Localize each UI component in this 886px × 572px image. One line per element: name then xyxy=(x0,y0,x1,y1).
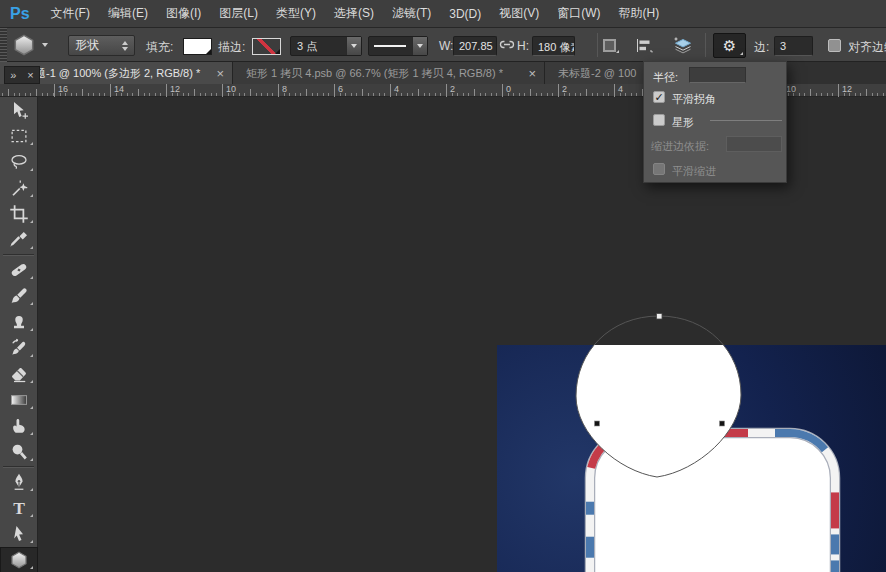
tool-flyout-indicator xyxy=(30,488,33,491)
options-grip-handle[interactable] xyxy=(0,28,7,62)
close-icon[interactable]: × xyxy=(27,70,33,81)
history-brush-icon xyxy=(9,338,29,358)
move-tool[interactable] xyxy=(0,97,38,123)
menu-item-编辑[interactable]: 编辑(E) xyxy=(99,0,157,27)
menu-item-3D[interactable]: 3D(D) xyxy=(440,0,490,27)
path-operations-button[interactable] xyxy=(603,39,616,52)
fill-label: 填充: xyxy=(146,39,173,56)
crop-tool[interactable] xyxy=(0,201,38,227)
type-tool[interactable]: T xyxy=(0,495,38,521)
eraser-tool[interactable] xyxy=(0,361,38,387)
brush-tool[interactable] xyxy=(0,283,38,309)
tool-flyout-indicator xyxy=(30,276,33,279)
indent-label: 缩进边依据: xyxy=(651,139,709,154)
smooth-corners-checkbox[interactable]: ✓ xyxy=(653,91,665,103)
fill-color-swatch[interactable] xyxy=(183,38,212,55)
menu-item-帮助[interactable]: 帮助(H) xyxy=(610,0,669,27)
crop-icon xyxy=(9,204,29,224)
menu-item-类型[interactable]: 类型(Y) xyxy=(267,0,325,27)
tool-flyout-indicator xyxy=(30,458,33,461)
align-edges-label: 对齐边缘 xyxy=(848,39,886,56)
svg-text:T: T xyxy=(13,498,25,518)
smudge-tool[interactable] xyxy=(0,413,38,439)
smudge-icon xyxy=(9,416,29,436)
dodge-tool[interactable] xyxy=(0,439,38,465)
lasso-tool[interactable] xyxy=(0,149,38,175)
gradient-tool[interactable] xyxy=(0,387,38,413)
dropdown-fly xyxy=(740,52,743,55)
stroke-style-combo[interactable] xyxy=(368,36,428,56)
height-label: H: xyxy=(517,39,529,53)
eyedropper-tool[interactable] xyxy=(0,227,38,253)
polygon-settings-panel: 半径: ✓ 平滑拐角 星形 缩进边依据: 平滑缩进 xyxy=(643,61,787,183)
docked-window-chip[interactable]: » × xyxy=(4,66,40,84)
radius-label: 半径: xyxy=(653,70,678,85)
stroke-width-combo[interactable]: 3 点 xyxy=(290,36,362,56)
magic-wand-tool[interactable] xyxy=(0,175,38,201)
tool-flyout-indicator xyxy=(30,194,33,197)
tool-flyout-indicator xyxy=(30,406,33,409)
clone-stamp-tool[interactable] xyxy=(0,309,38,335)
path-selection-tool[interactable] xyxy=(0,521,38,547)
tool-mode-select[interactable]: 形状 xyxy=(68,35,135,56)
tab-close-icon[interactable]: × xyxy=(528,67,536,80)
menu-item-滤镜[interactable]: 滤镜(T) xyxy=(383,0,440,27)
menu-item-窗口[interactable]: 窗口(W) xyxy=(548,0,609,27)
stroke-color-swatch[interactable] xyxy=(252,38,281,55)
ruler-label: 4 xyxy=(614,84,623,97)
stroke-label: 描边: xyxy=(218,39,245,56)
radius-input[interactable] xyxy=(689,67,746,83)
clone-stamp-icon xyxy=(9,312,29,332)
path-alignment-button[interactable] xyxy=(635,38,653,53)
menu-item-选择[interactable]: 选择(S) xyxy=(325,0,383,27)
canvas-document[interactable] xyxy=(497,345,886,572)
tool-mode-value: 形状 xyxy=(75,37,99,54)
ruler-label: 2 xyxy=(446,84,455,97)
path-arrangement-button[interactable] xyxy=(670,36,694,55)
ruler-label: 16 xyxy=(54,84,68,97)
tool-flyout-indicator xyxy=(30,302,33,305)
stroke-width-dropdown-arrow[interactable] xyxy=(346,37,361,55)
smooth-indent-checkbox[interactable] xyxy=(653,163,665,175)
eyedropper-icon xyxy=(9,230,29,250)
indent-input[interactable] xyxy=(726,136,782,152)
tool-flyout-indicator xyxy=(30,432,33,435)
ruler-label: 12 xyxy=(166,84,180,97)
collapse-icon[interactable]: » xyxy=(10,70,16,81)
align-edges-checkbox[interactable] xyxy=(828,39,841,52)
tool-flyout-indicator xyxy=(30,540,33,543)
ruler-label: 12 xyxy=(838,84,852,97)
rectangular-marquee-tool[interactable] xyxy=(0,123,38,149)
shape-width-input[interactable]: 207.85 xyxy=(453,36,497,56)
sides-input[interactable]: 3 xyxy=(774,36,813,56)
separator xyxy=(597,33,598,57)
tool-flyout-indicator xyxy=(30,328,33,331)
photoshop-window: Ps 文件(F)编辑(E)图像(I)图层(L)类型(Y)选择(S)滤镜(T)3D… xyxy=(0,0,886,572)
tool-preset-button[interactable] xyxy=(12,33,62,57)
pen-tool[interactable] xyxy=(0,469,38,495)
menu-item-视图[interactable]: 视图(V) xyxy=(490,0,548,27)
star-checkbox[interactable] xyxy=(653,114,665,126)
tab-close-icon[interactable]: × xyxy=(216,67,224,80)
menu-item-图像[interactable]: 图像(I) xyxy=(157,0,210,27)
stroke-style-dropdown-arrow[interactable] xyxy=(412,37,427,55)
solid-line-icon xyxy=(374,45,406,47)
polygon-shape-tool[interactable] xyxy=(0,547,38,572)
menu-item-文件[interactable]: 文件(F) xyxy=(42,0,99,27)
gear-settings-button[interactable]: ⚙ xyxy=(713,33,746,58)
stroke-width-value: 3 点 xyxy=(291,39,317,54)
ruler-label: 0 xyxy=(502,84,511,97)
menu-bar: Ps 文件(F)编辑(E)图像(I)图层(L)类型(Y)选择(S)滤镜(T)3D… xyxy=(0,0,886,28)
menu-item-图层[interactable]: 图层(L) xyxy=(210,0,267,27)
shape-height-input[interactable]: 180 像素 xyxy=(532,36,575,56)
document-tab[interactable]: 矩形 1 拷贝 4.psb @ 66.7% (矩形 1 拷贝 4, RGB/8)… xyxy=(233,62,545,84)
width-label: W: xyxy=(439,39,453,53)
gear-icon: ⚙ xyxy=(723,38,736,53)
star-label: 星形 xyxy=(672,115,694,130)
spot-healing-brush-tool[interactable] xyxy=(0,257,38,283)
history-brush-tool[interactable] xyxy=(0,335,38,361)
swatch-corner xyxy=(275,49,280,54)
tab-title: 未标题-1 @ 100% (多边形 2, RGB/8) * xyxy=(13,66,209,81)
path-selection-icon xyxy=(9,524,29,544)
link-dimensions-icon[interactable] xyxy=(499,39,515,51)
